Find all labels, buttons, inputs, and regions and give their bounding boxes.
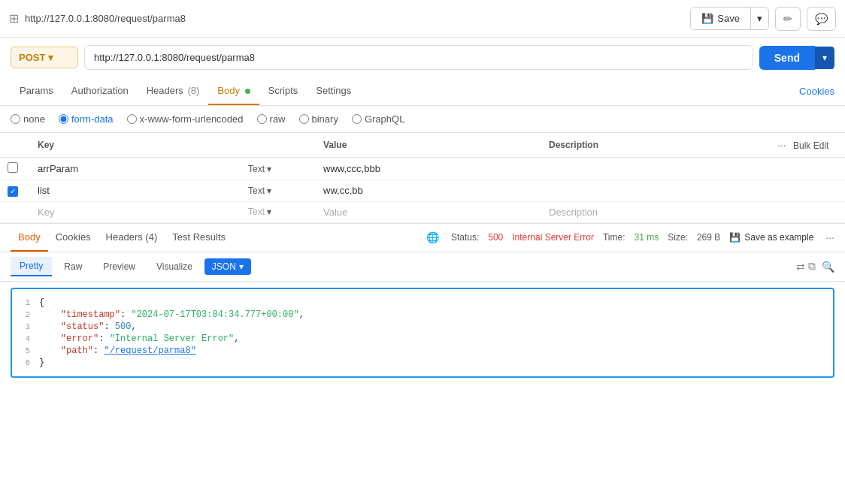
tab-scripts[interactable]: Scripts [259, 77, 307, 105]
radio-binary[interactable]: binary [299, 113, 338, 125]
title-right: 💾 Save ▾ ✏ 💬 [690, 7, 836, 31]
body-type-row: none form-data x-www-form-urlencoded raw… [0, 106, 845, 133]
content-tab-pretty[interactable]: Pretty [11, 257, 52, 276]
copy-button[interactable]: ⧉ [808, 260, 816, 273]
json-viewer: 1 { 2 "timestamp": "2024-07-17T03:04:34.… [11, 288, 834, 378]
json-line-4: 4 "error": "Internal Server Error", [12, 333, 833, 345]
row1-value-cell: www,ccc,bbb [316, 158, 541, 180]
radio-form-data[interactable]: form-data [59, 113, 114, 125]
params-table: Key Value Description ··· Bulk Edit arrP… [0, 133, 845, 223]
cookies-link[interactable]: Cookies [799, 86, 834, 97]
row1-desc-cell [541, 158, 770, 180]
response-tabs-row: Body Cookies Headers (4) Test Results 🌐 … [0, 224, 845, 252]
edit-button[interactable]: ✏ [775, 7, 801, 31]
tab-authorization[interactable]: Authorization [62, 77, 138, 105]
json-line-2: 2 "timestamp": "2024-07-17T03:04:34.777+… [12, 309, 833, 321]
new-row-type-select[interactable]: Text ▾ [248, 207, 308, 217]
new-row-type-label: Text [248, 207, 265, 217]
row1-key: arrParam [38, 163, 78, 174]
row2-desc-cell [541, 180, 770, 202]
json-line-5: 5 "path": "/request/parma8" [12, 345, 833, 357]
status-text: Internal Server Error [512, 232, 594, 243]
table-row: ✓ list Text ▾ ww,cc,bb [0, 180, 845, 202]
save-button[interactable]: 💾 Save [691, 8, 750, 29]
tab-headers[interactable]: Headers (8) [138, 77, 209, 105]
row2-type-label: Text [248, 186, 265, 196]
path-link[interactable]: "/request/parma8" [104, 346, 195, 356]
new-row-type-cell: Text ▾ [241, 201, 316, 222]
format-selector[interactable]: JSON ▾ [204, 258, 251, 275]
format-chevron: ▾ [239, 261, 244, 272]
row1-key-cell: arrParam [30, 158, 241, 180]
content-tab-preview[interactable]: Preview [94, 258, 144, 276]
url-input[interactable] [84, 45, 753, 70]
content-tab-raw[interactable]: Raw [55, 258, 91, 276]
tab-body[interactable]: Body [208, 77, 259, 105]
resp-content-tabs: Pretty Raw Preview Visualize JSON ▾ ⇄ ⧉ … [0, 252, 845, 282]
response-section: Body Cookies Headers (4) Test Results 🌐 … [0, 223, 845, 378]
content-tab-visualize[interactable]: Visualize [147, 258, 201, 276]
row2-key-cell: list [30, 180, 241, 202]
save-example-button[interactable]: 💾 Save as example [729, 232, 813, 243]
method-dropdown[interactable]: POST ▾ [11, 47, 78, 68]
resp-tab-cookies[interactable]: Cookies [48, 224, 98, 252]
comment-button[interactable]: 💬 [807, 7, 836, 31]
bulk-edit-button[interactable]: Bulk Edit [793, 140, 828, 151]
new-row-value-cell: Value [316, 201, 541, 222]
json-line-1: 1 { [12, 297, 833, 309]
row1-type-chevron: ▾ [267, 164, 271, 174]
resp-status-row: 🌐 Status: 500 Internal Server Error Time… [426, 231, 834, 243]
row1-type-cell: Text ▾ [241, 158, 316, 180]
time-label: Time: [603, 232, 625, 243]
table-new-row: Key Text ▾ Value Description [0, 201, 845, 222]
tab-settings[interactable]: Settings [307, 77, 360, 105]
wrap-button[interactable]: ⇄ [796, 261, 805, 273]
save-btn-group: 💾 Save ▾ [690, 7, 769, 30]
new-row-desc-cell: Description [541, 201, 770, 222]
new-row-key-cell: Key [30, 201, 241, 222]
row2-type-chevron: ▾ [267, 186, 271, 196]
row1-actions [770, 158, 845, 180]
search-button[interactable]: 🔍 [822, 261, 834, 273]
radio-graphql[interactable]: GraphQL [352, 113, 404, 125]
new-row-type-chevron: ▾ [267, 207, 271, 217]
row2-checkbox[interactable]: ✓ [8, 186, 18, 197]
json-line-3: 3 "status": 500, [12, 321, 833, 333]
col-actions-header: ··· Bulk Edit [770, 133, 845, 158]
row1-checkbox[interactable] [8, 162, 18, 173]
radio-urlencoded[interactable]: x-www-form-urlencoded [127, 113, 244, 125]
more-options-button[interactable]: ··· [777, 139, 786, 151]
globe-icon: 🌐 [426, 231, 439, 243]
radio-raw[interactable]: raw [257, 113, 286, 125]
col-value-header: Value [316, 133, 541, 158]
radio-none[interactable]: none [11, 113, 45, 125]
row1-type-select[interactable]: Text ▾ [248, 164, 308, 174]
api-icon: ⊞ [9, 11, 19, 26]
send-btn-group: Send ▾ [759, 46, 834, 70]
send-button[interactable]: Send [759, 46, 815, 70]
body-dot [245, 89, 250, 94]
tab-params[interactable]: Params [11, 77, 62, 105]
row2-checkbox-cell: ✓ [0, 180, 30, 202]
response-more-button[interactable]: ··· [825, 231, 834, 243]
size-value: 269 B [697, 232, 720, 243]
row1-type-label: Text [248, 164, 265, 174]
new-row-check [0, 201, 30, 222]
row2-key: list [38, 185, 50, 196]
send-chevron-button[interactable]: ▾ [815, 47, 834, 69]
new-row-desc-placeholder: Description [549, 207, 598, 218]
row2-type-select[interactable]: Text ▾ [248, 186, 308, 196]
row2-type-cell: Text ▾ [241, 180, 316, 202]
method-chevron-icon: ▾ [48, 52, 53, 63]
resp-tab-test-results[interactable]: Test Results [165, 224, 233, 252]
resp-tab-body[interactable]: Body [11, 224, 48, 252]
json-line-6: 6 } [12, 357, 833, 369]
row2-actions [770, 180, 845, 202]
col-check-header [0, 133, 30, 158]
status-code: 500 [488, 232, 503, 243]
save-chevron-button[interactable]: ▾ [750, 8, 768, 29]
request-tabs: Params Authorization Headers (8) Body Sc… [0, 77, 845, 106]
row1-value: www,ccc,bbb [323, 163, 380, 174]
resp-tab-headers[interactable]: Headers (4) [98, 224, 165, 252]
new-row-actions [770, 201, 845, 222]
